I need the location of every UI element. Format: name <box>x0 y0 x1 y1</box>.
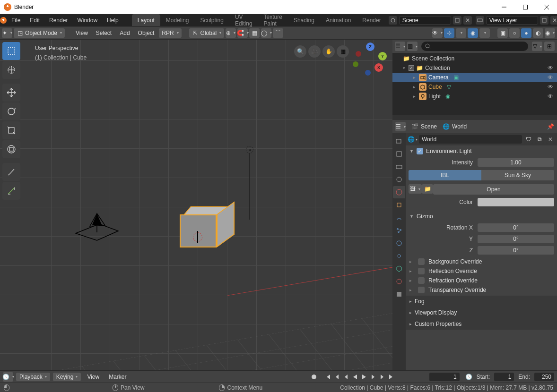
axis-z-icon[interactable]: Z <box>366 43 374 51</box>
shading-solid[interactable]: ● <box>521 28 531 38</box>
outliner-item-camera[interactable]: ▸ Camera ▣ 👁 <box>392 73 557 82</box>
shading-lookdev[interactable]: ◐ <box>533 28 543 38</box>
autokey-toggle[interactable] <box>310 373 318 381</box>
tool-move[interactable] <box>2 84 20 102</box>
header-rpr[interactable]: RPR <box>159 28 181 38</box>
prop-tab-object[interactable] <box>393 199 405 211</box>
tool-rotate[interactable] <box>2 102 20 120</box>
tool-cursor[interactable] <box>2 61 20 79</box>
pin-icon[interactable]: 📌 <box>547 123 554 130</box>
orientation-dropdown[interactable]: ⇱Global <box>189 28 225 38</box>
shading-wire[interactable]: ○ <box>509 28 520 38</box>
header-add[interactable]: Add <box>116 30 133 36</box>
menu-help[interactable]: Help <box>102 14 123 26</box>
outliner-editor-dropdown[interactable]: ☰ <box>395 42 405 51</box>
tool-transform[interactable] <box>2 140 20 158</box>
row-reflection-override[interactable]: ▸Reflection Override <box>409 266 553 276</box>
eye-icon[interactable]: 👁 <box>548 93 553 100</box>
tab-texpaint[interactable]: Texture Paint <box>258 14 288 26</box>
tab-shading[interactable]: Shading <box>288 14 320 26</box>
keyframe-next-icon[interactable] <box>378 373 386 381</box>
outliner[interactable]: 📁Scene Collection ▾✓📁Collection 👁 ▸ Came… <box>392 53 557 115</box>
menu-file[interactable]: File <box>7 14 25 26</box>
minimize-button[interactable] <box>493 0 514 14</box>
rot-y-value[interactable]: 0° <box>478 235 554 243</box>
axis-neg-x-icon[interactable] <box>356 51 361 57</box>
unlink-world-icon[interactable]: ✕ <box>546 135 555 144</box>
tool-annotate[interactable] <box>2 163 20 181</box>
nav-pan-icon[interactable]: ✋ <box>322 45 335 58</box>
prop-tab-material[interactable] <box>393 275 405 288</box>
eye-icon[interactable]: 👁 <box>548 74 553 81</box>
viewlayer-name-field[interactable]: View Layer <box>486 16 538 25</box>
xray-toggle[interactable]: ▣ <box>497 28 508 38</box>
tab-uv[interactable]: UV Editing <box>229 14 258 26</box>
tool-select-box[interactable] <box>2 42 20 60</box>
image-browse-icon[interactable]: 🖼 <box>409 184 422 194</box>
mode-dropdown[interactable]: ◳Object Mode <box>14 28 65 38</box>
axis-y-icon[interactable]: Y <box>378 52 387 60</box>
nav-persp-icon[interactable]: ▦ <box>337 45 349 58</box>
viewlayer-browse-icon[interactable] <box>476 16 484 25</box>
timeline-marker[interactable]: Marker <box>105 374 130 380</box>
playback-dropdown[interactable]: Playback <box>16 373 50 381</box>
header-object[interactable]: Object <box>135 30 158 36</box>
nav-zoom-icon[interactable]: 🔍 <box>294 45 306 58</box>
shading-render[interactable]: ◉ <box>545 28 555 38</box>
visibility-dropdown[interactable]: 👁 <box>432 28 443 38</box>
play-reverse-icon[interactable] <box>351 373 359 381</box>
nav-gizmo[interactable]: Z Y X <box>353 43 387 77</box>
jump-start-icon[interactable] <box>324 373 332 381</box>
outliner-item-cube[interactable]: ▸ Cube ▽ 👁 <box>392 82 557 92</box>
prop-tab-texture[interactable] <box>393 288 405 300</box>
gizmo-options[interactable] <box>456 28 466 38</box>
maximize-button[interactable] <box>514 0 536 14</box>
row-background-override[interactable]: ▸Background Override <box>409 257 553 266</box>
editor-type-dropdown[interactable]: ✦ <box>2 28 12 38</box>
jump-end-icon[interactable] <box>387 373 395 381</box>
tool-scale[interactable] <box>2 121 20 139</box>
outliner-search[interactable] <box>421 42 528 51</box>
viewlayer-new-icon[interactable] <box>540 16 548 25</box>
tab-layout[interactable]: Layout <box>132 14 160 26</box>
outliner-display-dropdown[interactable]: ▥ <box>407 42 418 51</box>
snap-toggle[interactable]: 🧲 <box>237 28 248 38</box>
header-select[interactable]: Select <box>93 30 115 36</box>
eye-icon[interactable]: 👁 <box>548 84 553 90</box>
scene-name-field[interactable]: Scene <box>399 16 451 25</box>
menu-window[interactable]: Window <box>72 14 102 26</box>
tool-measure[interactable] <box>2 182 20 200</box>
prop-tab-viewlayer[interactable] <box>393 161 405 173</box>
prop-tab-scene[interactable] <box>393 173 405 186</box>
outliner-collection[interactable]: ▾✓📁Collection 👁 <box>392 63 557 73</box>
outliner-scene-collection[interactable]: 📁Scene Collection <box>392 54 557 63</box>
panel-custom-props[interactable]: ▸Custom Properties <box>406 318 557 330</box>
ibl-button[interactable]: IBL <box>409 170 481 180</box>
prop-tab-particle[interactable] <box>393 224 405 237</box>
mesh-data-icon[interactable]: ▽ <box>447 84 451 90</box>
3d-viewport[interactable]: User Perspective (1) Collection | Cube 🔍… <box>0 40 392 370</box>
intensity-value[interactable]: 1.00 <box>478 158 554 167</box>
keyframe-prev-icon[interactable] <box>333 373 341 381</box>
open-folder-icon[interactable]: 📁 <box>422 184 433 194</box>
prop-tab-render[interactable] <box>393 135 405 147</box>
tab-animation[interactable]: Animation <box>320 14 357 26</box>
new-world-icon[interactable]: ⧉ <box>535 135 544 144</box>
prop-tab-physics[interactable] <box>393 237 405 249</box>
world-name-field[interactable]: World <box>419 135 522 144</box>
panel-viewport-display[interactable]: ▸Viewport Display <box>406 307 557 318</box>
play-icon[interactable] <box>360 373 368 381</box>
fake-user-icon[interactable]: 🛡 <box>524 135 533 144</box>
panel-gizmo[interactable]: ▼Gizmo <box>406 211 557 222</box>
row-transparency-override[interactable]: ▸Transparency Override <box>409 285 553 295</box>
env-light-checkbox[interactable]: ✓ <box>417 148 423 154</box>
prop-tab-world[interactable] <box>393 186 405 198</box>
row-refraction-override[interactable]: ▸Refraction Override <box>409 276 553 285</box>
eye-icon[interactable]: 👁 <box>548 65 553 71</box>
nav-camera-icon[interactable]: 🎥 <box>308 45 321 58</box>
scene-delete-icon[interactable]: ✕ <box>463 16 472 25</box>
viewlayer-delete-icon[interactable]: ✕ <box>550 16 557 25</box>
axis-x-icon[interactable]: X <box>374 63 383 72</box>
panel-environment-light[interactable]: ▼ ✓ Environment Light <box>406 145 557 157</box>
overlay-options[interactable] <box>479 28 490 38</box>
